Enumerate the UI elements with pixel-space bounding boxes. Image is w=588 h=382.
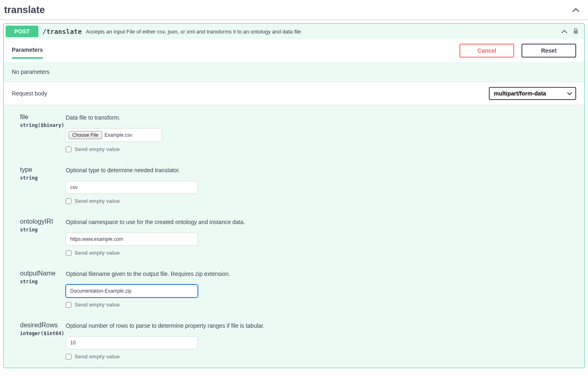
section-header[interactable]: translate	[0, 0, 588, 20]
request-body-label: Request body	[12, 90, 47, 97]
param-desc: Data file to transform.	[66, 114, 576, 121]
file-input[interactable]: Choose File Example.csv	[66, 128, 162, 142]
send-empty-checkbox[interactable]	[66, 147, 71, 152]
parameters-header: Parameters Cancel Reset	[4, 39, 584, 62]
endpoint-summary: Accepts an input File of either csv, jso…	[86, 29, 556, 35]
send-empty-label: Send empty value	[75, 198, 120, 204]
param-type: string	[20, 175, 66, 181]
send-empty-label: Send empty value	[75, 250, 120, 256]
param-file: file string($binary) Data file to transf…	[20, 113, 576, 152]
reset-button[interactable]: Reset	[521, 44, 576, 58]
chevron-up-icon	[560, 27, 568, 36]
send-empty-label: Send empty value	[75, 353, 120, 360]
param-name: file	[20, 113, 66, 121]
request-body-header: Request body multipart/form-data	[4, 82, 584, 105]
param-name: ontologyIRI	[20, 218, 66, 225]
param-type: string	[20, 279, 66, 284]
send-empty-label: Send empty value	[75, 146, 120, 152]
param-output-name: outputName string Optional filename give…	[20, 270, 576, 308]
opblock-post-translate: POST /translate Accepts an input File of…	[3, 23, 585, 368]
send-empty-checkbox[interactable]	[66, 354, 71, 360]
chevron-up-icon	[572, 6, 580, 14]
no-parameters-text: No parameters	[4, 62, 584, 82]
content-type-select[interactable]: multipart/form-data	[489, 87, 576, 100]
lock-icon[interactable]	[572, 28, 579, 36]
type-input[interactable]	[66, 181, 198, 194]
param-name: type	[20, 166, 66, 173]
send-empty-label: Send empty value	[75, 302, 120, 308]
param-desired-rows: desiredRows integer($int64) Optional num…	[20, 322, 576, 360]
send-empty-checkbox[interactable]	[66, 302, 71, 308]
param-desc: Optional namespace to use for the create…	[66, 219, 576, 225]
opblock-summary[interactable]: POST /translate Accepts an input File of…	[4, 24, 584, 39]
param-type: type string Optional type to determine n…	[20, 166, 576, 204]
section-title: translate	[4, 4, 45, 16]
desired-rows-input[interactable]	[66, 336, 198, 349]
selected-file-name: Example.csv	[104, 132, 132, 138]
endpoint-path: /translate	[42, 28, 82, 36]
ontology-iri-input[interactable]	[66, 233, 198, 246]
cancel-button[interactable]: Cancel	[459, 44, 514, 58]
param-name: outputName	[20, 270, 66, 277]
method-badge: POST	[6, 26, 38, 37]
param-type: string($binary)	[20, 122, 66, 128]
param-desc: Optional type to determine needed transl…	[66, 167, 576, 173]
choose-file-button[interactable]: Choose File	[69, 131, 102, 139]
output-name-input[interactable]	[66, 284, 198, 298]
param-name: desiredRows	[20, 322, 66, 329]
param-ontology-iri: ontologyIRI string Optional namespace to…	[20, 218, 576, 256]
param-desc: Optional filename given to the output fi…	[66, 271, 576, 277]
param-type: integer($int64)	[20, 331, 66, 336]
request-body-params: file string($binary) Data file to transf…	[4, 105, 584, 368]
send-empty-checkbox[interactable]	[66, 198, 71, 204]
tab-parameters[interactable]: Parameters	[12, 42, 43, 59]
param-desc: Optional number of rows to parse to dete…	[66, 322, 576, 329]
param-type: string	[20, 227, 66, 233]
send-empty-checkbox[interactable]	[66, 250, 71, 256]
